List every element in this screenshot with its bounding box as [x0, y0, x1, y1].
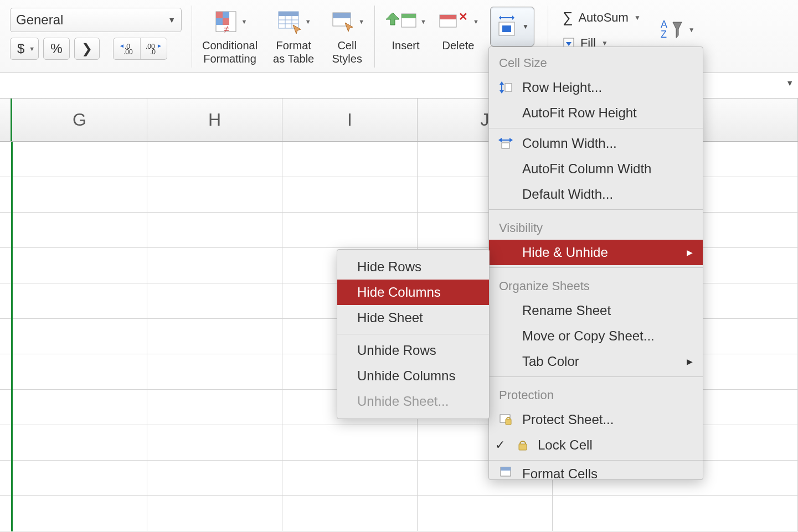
- svg-rect-43: [506, 419, 511, 425]
- format-dropdown-menu: Cell Size Row Height... AutoFit Row Heig…: [488, 47, 703, 480]
- percent-label: %: [50, 41, 62, 56]
- svg-marker-40: [509, 138, 513, 142]
- svg-text:A: A: [661, 19, 667, 30]
- svg-marker-26: [499, 16, 501, 20]
- comma-format-button[interactable]: ❯: [74, 38, 100, 60]
- submenu-item-label: Unhide Columns: [357, 368, 455, 384]
- decrease-decimal-button[interactable]: .00►.0: [140, 38, 167, 59]
- menu-item-label: Column Width...: [522, 136, 617, 151]
- conditional-formatting-icon: ≠: [213, 7, 239, 37]
- selection-edge: [11, 142, 13, 531]
- menu-item-label: Move or Copy Sheet...: [522, 328, 655, 344]
- menu-item-lock-cell[interactable]: ✓ Lock Cell: [489, 432, 703, 458]
- group-separator: [192, 6, 192, 68]
- insert-label: Insert: [392, 39, 420, 52]
- menu-item-label: Format Cells: [522, 466, 598, 479]
- currency-label: $: [17, 41, 24, 56]
- increase-decimal-button[interactable]: ◄.0.00: [114, 38, 140, 59]
- submenu-item-unhide-rows[interactable]: Unhide Rows: [337, 338, 489, 363]
- menu-item-label: AutoFit Column Width: [522, 161, 651, 177]
- menu-item-hide-unhide[interactable]: Hide & Unhide: [489, 240, 703, 265]
- submenu-item-hide-sheet[interactable]: Hide Sheet: [337, 305, 489, 330]
- protect-sheet-icon: [497, 414, 514, 426]
- expand-formula-bar-icon[interactable]: ▼: [786, 79, 794, 87]
- format-button[interactable]: ▼: [490, 7, 534, 52]
- sort-filter-button[interactable]: A Z ▼: [651, 4, 695, 42]
- menu-item-protect-sheet[interactable]: Protect Sheet...: [489, 407, 703, 432]
- row-height-icon: [497, 81, 514, 94]
- chevron-down-icon: ▼: [420, 18, 426, 25]
- chevron-down-icon: ▼: [168, 16, 176, 24]
- chevron-down-icon: ▼: [358, 18, 364, 25]
- conditional-formatting-button[interactable]: ≠ ▼ Conditional Formatting: [202, 7, 258, 65]
- column-width-icon: [497, 137, 514, 149]
- delete-button[interactable]: ✕ ▼ Delete: [437, 7, 479, 52]
- svg-rect-8: [223, 12, 229, 18]
- number-format-select[interactable]: General ▼: [10, 8, 182, 32]
- menu-separator: [489, 267, 703, 268]
- autosum-button[interactable]: ∑ AutoSum ▼: [563, 9, 641, 26]
- submenu-item-hide-columns[interactable]: Hide Columns: [337, 280, 489, 305]
- menu-section-organize: Organize Sheets: [489, 270, 703, 298]
- svg-marker-35: [500, 81, 504, 85]
- submenu-item-label: Unhide Sheet...: [357, 394, 449, 409]
- svg-rect-29: [502, 25, 511, 32]
- svg-text:.0: .0: [150, 48, 156, 55]
- styles-group: ≠ ▼ Conditional Formatting ▼: [202, 4, 364, 65]
- delete-cells-icon: ✕: [437, 7, 471, 37]
- cell-styles-button[interactable]: ▼ Cell Styles: [330, 7, 364, 65]
- cell-styles-icon: [330, 7, 356, 37]
- chevron-down-icon: ▼: [241, 18, 248, 25]
- svg-marker-39: [498, 138, 502, 142]
- decimal-group: ◄.0.00 .00►.0: [113, 38, 167, 60]
- svg-marker-27: [512, 16, 514, 20]
- menu-item-label: AutoFit Row Height: [522, 105, 637, 121]
- percent-format-button[interactable]: %: [43, 38, 69, 60]
- menu-item-label: Rename Sheet: [522, 303, 611, 318]
- menu-item-tab-color[interactable]: Tab Color: [489, 349, 703, 374]
- svg-marker-36: [500, 90, 504, 94]
- submenu-item-label: Hide Rows: [357, 259, 421, 275]
- lock-icon: [516, 439, 530, 451]
- menu-item-move-copy-sheet[interactable]: Move or Copy Sheet...: [489, 323, 703, 349]
- menu-section-cell-size: Cell Size: [489, 47, 703, 75]
- submenu-item-label: Unhide Rows: [357, 343, 436, 358]
- column-header[interactable]: G: [12, 99, 147, 141]
- cells-group: ▼ Insert ✕ ▼ Delete: [385, 4, 534, 52]
- accounting-format-button[interactable]: $ ▼: [10, 38, 39, 60]
- sigma-icon: ∑: [563, 9, 573, 26]
- menu-item-column-width[interactable]: Column Width...: [489, 131, 703, 156]
- format-as-table-icon: [276, 7, 303, 37]
- menu-item-label: Lock Cell: [538, 437, 593, 453]
- column-header[interactable]: H: [147, 99, 282, 141]
- menu-item-default-width[interactable]: Default Width...: [489, 182, 703, 207]
- column-header-edge[interactable]: [0, 99, 12, 141]
- submenu-item-unhide-columns[interactable]: Unhide Columns: [337, 363, 489, 389]
- insert-button[interactable]: ▼ Insert: [385, 7, 426, 52]
- menu-item-row-height[interactable]: Row Height...: [489, 75, 703, 100]
- svg-text:►: ►: [157, 43, 162, 49]
- svg-rect-13: [279, 12, 298, 16]
- chevron-down-icon: ▼: [601, 39, 608, 47]
- menu-item-autofit-column-width[interactable]: AutoFit Column Width: [489, 156, 703, 182]
- svg-text:Z: Z: [661, 29, 667, 40]
- menu-item-label: Default Width...: [522, 187, 613, 202]
- group-separator: [374, 6, 375, 68]
- submenu-item-hide-rows[interactable]: Hide Rows: [337, 254, 489, 280]
- menu-separator: [489, 209, 703, 210]
- format-as-table-button[interactable]: ▼ Format as Table: [273, 7, 314, 65]
- menu-item-autofit-row-height[interactable]: AutoFit Row Height: [489, 100, 703, 126]
- chevron-down-icon: ▼: [522, 23, 529, 30]
- menu-separator: [489, 376, 703, 377]
- format-cells-icon: [497, 466, 514, 477]
- chevron-down-icon: ▼: [634, 14, 641, 22]
- submenu-item-label: Hide Sheet: [357, 310, 423, 326]
- menu-item-format-cells[interactable]: Format Cells: [489, 463, 703, 479]
- autosum-label: AutoSum: [578, 11, 629, 25]
- column-header[interactable]: I: [282, 99, 418, 141]
- number-format-value: General: [16, 12, 63, 28]
- menu-item-rename-sheet[interactable]: Rename Sheet: [489, 298, 703, 323]
- svg-rect-19: [333, 13, 351, 18]
- svg-rect-7: [216, 12, 223, 18]
- delete-label: Delete: [442, 39, 475, 52]
